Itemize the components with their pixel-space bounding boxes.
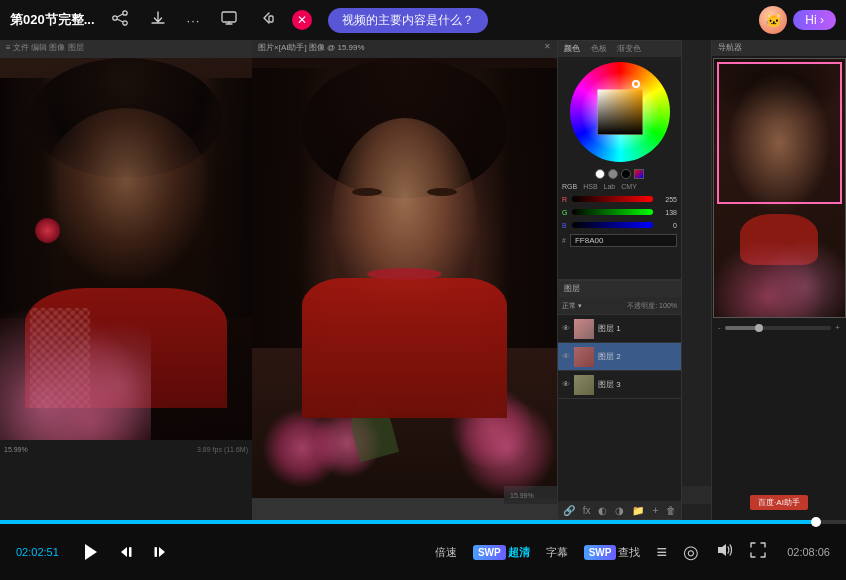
thumb-flowers	[714, 214, 845, 317]
lab-mode[interactable]: Lab	[604, 183, 616, 190]
speed-control[interactable]: 倍速	[427, 541, 465, 564]
white-swatch[interactable]	[595, 169, 605, 179]
ai-question-text: 视频的主要内容是什么？	[342, 13, 474, 27]
color-square[interactable]	[597, 90, 642, 135]
center-file-name: 图片×[AI助手] 图像 @ 15.99%	[258, 42, 365, 56]
svg-point-2	[122, 21, 126, 25]
progress-bar[interactable]	[0, 520, 846, 524]
gray-swatch[interactable]	[608, 169, 618, 179]
time-elapsed: 02:02:51	[16, 546, 71, 558]
layer-eye-3[interactable]: 👁	[562, 380, 570, 389]
target-icon[interactable]: ◎	[675, 537, 707, 567]
gradient-tab[interactable]: 渐变色	[617, 44, 641, 53]
avatar[interactable]: 🐱	[759, 6, 787, 34]
svg-marker-7	[85, 544, 97, 560]
hi-button[interactable]: Hi ›	[793, 10, 836, 30]
layers-controls: 正常 ▾ 不透明度: 100%	[558, 297, 681, 315]
zoom-left: 15.99%	[4, 446, 28, 453]
subtitle-control[interactable]: 字幕	[538, 541, 576, 564]
svg-line-3	[117, 14, 123, 17]
svg-line-4	[117, 19, 123, 22]
share-icon[interactable]	[107, 5, 133, 35]
layer-thumb-3	[574, 375, 594, 395]
color-wheel-container	[558, 57, 681, 167]
zoom-slider[interactable]	[725, 326, 832, 330]
opacity-control[interactable]: 不透明度: 100%	[627, 301, 677, 311]
footer-info-left: 3.89 fps (11.6M)	[197, 446, 248, 453]
ai-question-box[interactable]: 视频的主要内容是什么？	[328, 8, 488, 33]
more-icon[interactable]: ···	[183, 9, 205, 32]
b-slider[interactable]	[572, 222, 653, 228]
layer-mask-icon[interactable]: ◐	[598, 505, 607, 516]
right-preview-panel: 导航器 - +	[711, 40, 846, 520]
top-bar: 第020节完整... ··· ✕ 视频的主要内容是什么？	[0, 0, 846, 40]
progress-thumb[interactable]	[811, 517, 821, 527]
layer-delete-icon[interactable]: 🗑	[666, 505, 676, 516]
layers-panel-header: 图层	[558, 281, 681, 297]
volume-icon[interactable]	[707, 537, 741, 568]
zoom-in[interactable]: +	[835, 323, 840, 332]
selection-box	[717, 62, 842, 204]
zoom-controls: - +	[712, 320, 846, 335]
black-swatch[interactable]	[621, 169, 631, 179]
close-button[interactable]: ✕	[292, 10, 312, 30]
cmyk-mode[interactable]: CMY	[621, 183, 637, 190]
layer-thumb-2	[574, 347, 594, 367]
center-canvas-panel: 图片×[AI助手] 图像 @ 15.99% ✕	[252, 40, 557, 520]
bottom-decoration: 百度·AI助手	[712, 495, 846, 510]
svg-rect-5	[222, 12, 236, 22]
layers-panel: 图层 正常 ▾ 不透明度: 100% 👁 图层 1 👁 图层 2 👁 图层 3 …	[557, 280, 682, 520]
video-title: 第020节完整...	[10, 11, 95, 29]
layer-folder-icon[interactable]: 📁	[632, 505, 644, 516]
layer-new-icon[interactable]: +	[652, 505, 658, 516]
center-panel-close[interactable]: ✕	[544, 42, 551, 56]
fullscreen-icon[interactable]	[741, 537, 775, 568]
color-indicator	[632, 80, 640, 88]
layer-item-2[interactable]: 👁 图层 2	[558, 343, 681, 371]
download-icon[interactable]	[145, 5, 171, 35]
hex-input[interactable]: FF8A00	[570, 234, 677, 247]
r-slider[interactable]	[572, 196, 653, 202]
time-total: 02:08:06	[775, 546, 830, 558]
right-preview-image	[713, 58, 846, 318]
layer-item-1[interactable]: 👁 图层 1	[558, 315, 681, 343]
g-slider[interactable]	[572, 209, 653, 215]
svg-rect-9	[129, 547, 132, 557]
b-value: 0	[655, 222, 677, 229]
center-panel-header: 图片×[AI助手] 图像 @ 15.99% ✕	[252, 40, 557, 58]
layer-fx-icon[interactable]: fx	[583, 505, 591, 516]
color-options	[558, 169, 681, 179]
left-panel-header: ≡ 文件 编辑 图像 图层	[0, 40, 252, 58]
swatches-tab[interactable]: 色板	[591, 44, 607, 53]
next-chapter-button[interactable]	[143, 539, 177, 565]
blend-mode-select[interactable]: 正常 ▾	[562, 301, 582, 311]
color-mode-tabs: RGB HSB Lab CMY	[558, 181, 681, 192]
layer-link-icon[interactable]: 🔗	[563, 505, 575, 516]
layer-name-1: 图层 1	[598, 323, 621, 334]
play-button[interactable]	[71, 537, 109, 567]
color-wheel[interactable]	[570, 62, 670, 162]
playlist-icon[interactable]: ≡	[648, 538, 675, 567]
color-panel-header: 颜色 色板 渐变色	[558, 41, 681, 57]
svg-point-1	[112, 16, 116, 20]
layer-name-3: 图层 3	[598, 379, 621, 390]
lookup-control[interactable]: SWP查找	[576, 541, 649, 564]
progress-fill	[0, 520, 816, 524]
gradient-swatch[interactable]	[634, 169, 644, 179]
prev-chapter-button[interactable]	[109, 539, 143, 565]
layers-bottom-bar: 🔗 fx ◐ ◑ 📁 + 🗑	[558, 501, 681, 519]
layer-item-3[interactable]: 👁 图层 3	[558, 371, 681, 399]
layer-eye-1[interactable]: 👁	[562, 324, 570, 333]
zoom-out[interactable]: -	[718, 323, 721, 332]
thumb-portrait	[714, 59, 845, 317]
layer-adj-icon[interactable]: ◑	[615, 505, 624, 516]
r-bar-row: R 255	[562, 193, 677, 205]
quality-control[interactable]: SWP超清	[465, 541, 538, 564]
layer-eye-2[interactable]: 👁	[562, 352, 570, 361]
screen-icon[interactable]	[216, 5, 242, 35]
hsb-mode[interactable]: HSB	[583, 183, 597, 190]
rgb-mode[interactable]: RGB	[562, 183, 577, 190]
back-icon[interactable]	[254, 5, 280, 35]
layer-thumb-1	[574, 319, 594, 339]
preview-title: 导航器	[718, 43, 742, 52]
